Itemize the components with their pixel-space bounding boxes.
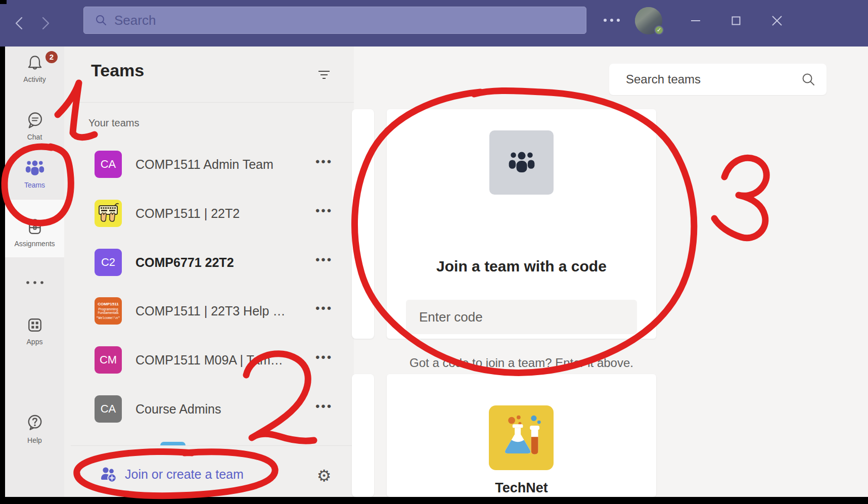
sidebar-item-label: Help [5,436,64,444]
chevron-left-icon [14,15,25,32]
team-name: COMP6771 22T2 [135,255,302,270]
team-more-button[interactable]: ••• [313,155,335,173]
filter-icon [316,69,332,80]
status-available-icon: ✓ [654,25,664,35]
title-bar: Search ✓ [0,0,868,47]
chemistry-flask-icon [493,410,549,466]
team-name: COMP1511 M09A | Tam… [135,353,302,368]
sidebar-item-label: Apps [5,338,64,346]
technet-logo [489,405,554,470]
search-teams-placeholder: Search teams [626,72,801,86]
join-code-caption: Got a code to join a team? Enter it abov… [387,356,656,370]
team-row-comp1511-22t2[interactable]: COMP1511 | 22T2 ••• [64,200,354,248]
ellipsis-icon [23,279,47,286]
team-more-button[interactable]: ••• [313,253,335,271]
sidebar-item-teams[interactable]: Teams [5,159,64,189]
teams-list-panel: Teams Your teams CA COMP1511 Admin Team … [64,47,354,497]
sidebar-item-help[interactable]: Help [5,413,64,444]
join-code-icon-tile [489,130,554,195]
team-row-course-admins[interactable]: CA Course Admins ••• [64,395,354,444]
team-avatar-text-logo: COMP1511 Programming Fundamentals "Welco… [95,297,122,325]
letterbox-bottom [0,497,868,504]
global-search-input[interactable]: Search [83,7,586,34]
chat-icon [25,111,44,130]
technet-title: TechNet [387,480,656,496]
team-more-button[interactable]: ••• [313,301,335,319]
app-rail: Activity Chat Teams [5,47,64,497]
manage-teams-gear-button[interactable]: ⚙ [313,465,335,487]
team-name: COMP1511 | 22T3 Help … [135,304,302,318]
join-or-create-team-label: Join or create a team [125,467,244,482]
bell-icon [26,53,44,72]
team-avatar: CM [95,346,122,374]
panel-footer: Join or create a team ⚙ [64,457,354,497]
team-name: Course Admins [135,402,302,417]
sidebar-item-assignments[interactable]: Assignments [5,216,64,248]
maximize-button[interactable] [726,13,746,28]
team-avatar-keyboard-emoji [95,200,122,227]
avatar-text: COMP1511 Programming Fundamentals "Welco… [95,302,122,320]
partial-card-left [352,109,374,339]
panel-title: Teams [91,61,144,80]
divider [71,102,354,103]
search-teams-input[interactable]: Search teams [609,64,827,95]
team-row-comp1511-22t3-help[interactable]: COMP1511 Programming Fundamentals "Welco… [64,297,354,346]
window-corner [0,0,7,4]
search-icon [801,72,815,86]
global-search-placeholder: Search [114,13,156,28]
team-avatar: CA [95,395,122,423]
team-avatar: C2 [95,249,122,276]
teams-app-window: Search ✓ Activity [0,0,868,504]
maximize-icon [731,16,741,26]
sidebar-item-label: Assignments [5,240,64,248]
help-icon [25,413,44,433]
team-avatar-partial [160,442,186,445]
sidebar-item-label: Chat [5,133,64,141]
keyboard-hands-icon [97,202,120,225]
team-people-icon [508,150,536,175]
sidebar-item-apps[interactable]: Apps [5,315,64,346]
close-button[interactable] [767,13,787,28]
join-code-title: Join a team with a code [387,258,656,275]
backpack-icon [25,216,44,237]
team-more-button[interactable]: ••• [313,399,335,418]
team-name: COMP1511 Admin Team [135,157,302,172]
minimize-button[interactable] [686,13,706,28]
titlebar-more-button[interactable] [600,14,624,26]
team-avatar: CA [95,151,122,178]
search-icon [95,14,107,26]
team-row-comp6771[interactable]: C2 COMP6771 22T2 ••• [64,249,354,297]
forward-button[interactable] [38,13,53,33]
divider [71,445,354,446]
teams-people-icon [25,159,45,178]
minimize-icon [691,16,701,26]
partial-card-left [352,374,374,497]
filter-button[interactable] [314,67,334,83]
add-people-icon [100,466,117,483]
team-more-button[interactable]: ••• [313,350,335,369]
sidebar-item-chat[interactable]: Chat [5,111,64,141]
apps-grid-icon [25,315,44,335]
sidebar-item-more[interactable] [5,279,64,288]
chevron-right-icon [40,15,51,32]
sidebar-item-label: Activity [5,75,64,83]
letterbox-left [0,47,5,504]
activity-badge: 2 [44,50,59,64]
main-content: Search teams Join a team with [354,47,868,497]
your-teams-label: Your teams [88,117,139,129]
close-icon [771,15,783,26]
team-more-button[interactable]: ••• [313,204,335,222]
enter-code-input[interactable]: Enter code [406,300,637,334]
join-with-code-card: Join a team with a code Enter code Got a… [387,109,656,339]
join-or-create-team-button[interactable]: Join or create a team [100,466,244,483]
team-name: COMP1511 | 22T2 [135,206,302,221]
back-button[interactable] [12,13,26,33]
technet-card[interactable]: TechNet [387,374,656,497]
team-row-comp1511-admin[interactable]: CA COMP1511 Admin Team ••• [64,151,354,199]
sidebar-item-label: Teams [5,181,64,189]
team-row-comp1511-m09a[interactable]: CM COMP1511 M09A | Tam… ••• [64,346,354,395]
